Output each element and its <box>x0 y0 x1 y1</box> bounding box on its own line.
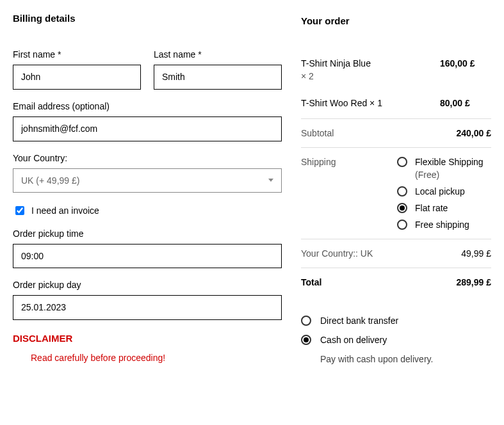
order-item-qty: × 2 <box>301 71 371 81</box>
total-label: Total <box>301 277 321 287</box>
order-heading: Your order <box>301 15 491 26</box>
shipping-option-sublabel: (Free) <box>415 170 491 180</box>
shipping-option[interactable]: Free shipping <box>397 220 491 230</box>
order-item: T-Shirt Ninja Blue × 2 160,00 £ <box>301 52 491 92</box>
order-item-price: 80,00 £ <box>440 98 491 108</box>
chevron-down-icon <box>268 179 273 182</box>
last-name-label: Last name * <box>154 49 282 60</box>
payment-option-label: Cash on delivery <box>320 335 387 345</box>
order-section: Your order T-Shirt Ninja Blue × 2 160,00… <box>301 13 491 364</box>
shipping-option-label: Free shipping <box>415 220 469 230</box>
radio-icon <box>397 157 407 167</box>
shipping-option[interactable]: Flexible Shipping <box>397 157 491 167</box>
disclaimer-heading: DISCLAIMER <box>13 333 282 344</box>
shipping-option[interactable]: Local pickup <box>397 186 491 196</box>
subtotal-label: Subtotal <box>301 128 334 138</box>
shipping-option-label: Flat rate <box>415 203 448 213</box>
radio-icon <box>301 316 311 326</box>
order-item-name: T-Shirt Ninja Blue <box>301 58 371 68</box>
shipping-option[interactable]: Flat rate <box>397 203 491 213</box>
email-label: Email address (optional) <box>13 101 282 111</box>
country-select-value: UK (+ 49,99 £) <box>21 175 79 186</box>
total-row: Total 289,99 £ <box>301 268 491 296</box>
radio-icon <box>301 335 311 345</box>
order-item-name: T-Shirt Woo Red × 1 <box>301 98 382 108</box>
shipping-option-label: Local pickup <box>415 186 465 196</box>
shipping-option-label: Flexible Shipping <box>415 157 484 167</box>
shipping-label: Shipping <box>301 157 397 230</box>
country-fee-row: Your Country:: UK 49,99 £ <box>301 239 491 268</box>
pickup-day-input[interactable] <box>13 295 282 320</box>
invoice-checkbox[interactable] <box>15 206 24 215</box>
disclaimer-text: Read carefully before proceeding! <box>31 353 282 363</box>
first-name-input[interactable] <box>13 65 141 90</box>
pickup-time-label: Order pickup time <box>13 229 282 239</box>
order-item: T-Shirt Woo Red × 1 80,00 £ <box>301 92 491 119</box>
first-name-label: First name * <box>13 49 141 60</box>
total-value: 289,99 £ <box>457 277 492 287</box>
shipping-row: Shipping Flexible Shipping (Free) Local … <box>301 148 491 239</box>
country-select[interactable]: UK (+ 49,99 £) <box>13 168 282 193</box>
radio-icon <box>397 220 407 230</box>
payment-option-label: Direct bank transfer <box>320 316 398 326</box>
country-fee-value: 49,99 £ <box>461 248 491 259</box>
payment-option[interactable]: Cash on delivery <box>301 335 491 345</box>
payment-option-desc: Pay with cash upon delivery. <box>320 354 491 364</box>
payment-section: Direct bank transfer Cash on delivery Pa… <box>301 316 491 364</box>
subtotal-value: 240,00 £ <box>457 128 492 138</box>
pickup-day-label: Order pickup day <box>13 280 282 290</box>
billing-section: Billing details First name * Last name *… <box>13 13 282 364</box>
subtotal-row: Subtotal 240,00 £ <box>301 119 491 148</box>
country-fee-label: Your Country:: UK <box>301 248 373 259</box>
payment-option[interactable]: Direct bank transfer <box>301 316 491 326</box>
pickup-time-input[interactable] <box>13 244 282 269</box>
invoice-label: I need an invoice <box>31 205 99 216</box>
order-item-price: 160,00 £ <box>440 58 491 81</box>
email-input[interactable] <box>13 116 282 141</box>
radio-icon <box>397 203 407 213</box>
last-name-input[interactable] <box>154 65 282 90</box>
country-label: Your Country: <box>13 153 282 163</box>
billing-heading: Billing details <box>13 13 282 24</box>
radio-icon <box>397 186 407 196</box>
